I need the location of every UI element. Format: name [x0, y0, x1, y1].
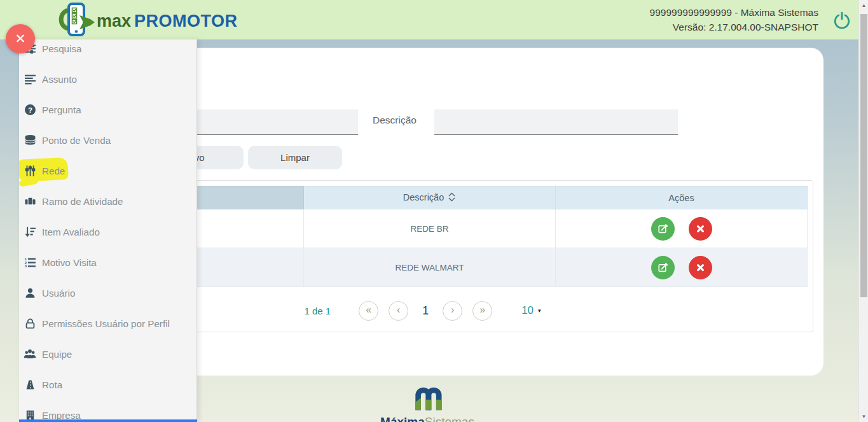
- footer-maxima-text: Máxima: [380, 415, 425, 422]
- version-line: Versão: 2.17.004.00-SNAPSHOT: [650, 20, 818, 34]
- bottom-blue-strip: [19, 419, 197, 422]
- sidebar-item-ramo-de-atividade[interactable]: Ramo de Atividade: [19, 186, 196, 216]
- lock-icon: [22, 318, 38, 330]
- header-account-info: 999999999999999 - Máxima Sistemas Versão…: [650, 5, 818, 34]
- caret-down-icon: ▾: [538, 307, 541, 314]
- delete-icon[interactable]: [689, 217, 712, 241]
- sliders-vertical-icon: [22, 165, 38, 177]
- edit-icon[interactable]: [651, 256, 675, 279]
- page-size-value: 10: [521, 304, 534, 317]
- sidebar-item-assunto[interactable]: Assunto: [19, 64, 196, 94]
- users-icon: [22, 348, 38, 360]
- last-page-button[interactable]: »: [472, 301, 492, 321]
- user-icon: [22, 287, 38, 299]
- sidebar-item-equipe[interactable]: Equipe: [19, 339, 196, 369]
- svg-text:?: ?: [27, 105, 32, 113]
- descricao-label: Descrição: [373, 109, 417, 131]
- industry-icon: [22, 195, 38, 207]
- row-actions-cell: [556, 209, 808, 248]
- sidebar-item-item-avaliado[interactable]: Item Avaliado: [19, 216, 196, 247]
- delete-icon[interactable]: [689, 256, 712, 279]
- align-left-icon: [22, 73, 38, 85]
- page-size-select[interactable]: 10 ▾: [521, 304, 541, 317]
- row-descricao-cell: REDE BR: [304, 209, 556, 248]
- sidebar-item-usuario[interactable]: Usuário: [19, 278, 196, 308]
- sidebar-item-pergunta[interactable]: ? Pergunta: [19, 94, 196, 125]
- scroll-up-icon[interactable]: ▲: [859, 3, 868, 8]
- menu-list: Pesquisa Assunto ? Pergunta Ponto de Ven…: [19, 39, 196, 422]
- brand-max-text: max: [97, 11, 131, 31]
- list-ol-icon: 123: [22, 257, 38, 269]
- current-page-number[interactable]: 1: [422, 304, 429, 318]
- database-icon: [22, 134, 38, 146]
- footer-brand: MáximaSistemas: [376, 383, 478, 422]
- sidebar-item-permissoes-usuario-por-perfil[interactable]: Permissões Usuário por Perfil: [19, 308, 196, 339]
- first-page-button[interactable]: «: [359, 301, 378, 321]
- app-frame: max PROMOTOR 999999999999999 - Máxima Si…: [0, 0, 868, 422]
- maxpromotor-logo: max PROMOTOR: [59, 3, 238, 39]
- table-header-acoes: Ações: [556, 186, 808, 209]
- scrollbar-thumb[interactable]: [860, 14, 867, 297]
- sidebar-item-empresa[interactable]: Empresa: [19, 400, 196, 422]
- row-actions-cell: [556, 248, 808, 287]
- next-page-button[interactable]: ›: [443, 301, 462, 321]
- sidebar-item-ponto-de-venda[interactable]: Ponto de Venda: [19, 125, 196, 155]
- close-icon[interactable]: ✕: [6, 24, 35, 53]
- sort-updown-icon[interactable]: [448, 193, 456, 204]
- road-icon: [22, 379, 38, 391]
- maxpromotor-phone-logo-icon: [59, 3, 95, 39]
- sort-amount-icon: [22, 226, 38, 238]
- scrollbar[interactable]: ▲ ▼: [858, 0, 868, 422]
- sidebar-item-pesquisa[interactable]: Pesquisa: [19, 39, 196, 64]
- table-header-descricao[interactable]: Descrição: [304, 186, 556, 209]
- scroll-down-icon[interactable]: ▼: [859, 414, 868, 419]
- brand-promotor-text: PROMOTOR: [134, 11, 238, 31]
- footer-brand-text: MáximaSistemas: [380, 415, 474, 422]
- prev-page-button[interactable]: ‹: [389, 301, 408, 321]
- row-descricao-cell: REDE WALMART: [304, 248, 556, 287]
- page-summary: 1 de 1: [304, 306, 331, 316]
- edit-icon[interactable]: [651, 217, 675, 241]
- sidebar-item-rede[interactable]: Rede: [19, 155, 196, 186]
- sidebar-item-motivo-visita[interactable]: 123 Motivo Visita: [19, 247, 196, 278]
- footer-sistemas-text: Sistemas: [425, 415, 474, 422]
- descricao-input[interactable]: [434, 109, 678, 135]
- svg-text:3: 3: [24, 264, 27, 268]
- sidebar-item-rota[interactable]: Rota: [19, 369, 196, 400]
- account-line: 999999999999999 - Máxima Sistemas: [650, 5, 818, 20]
- question-circle-icon: ?: [22, 104, 38, 116]
- top-header-bar: max PROMOTOR 999999999999999 - Máxima Si…: [0, 0, 868, 39]
- power-icon[interactable]: [832, 11, 851, 30]
- maxima-m-logo-icon: [413, 383, 442, 414]
- sidebar-menu: Pesquisa Assunto ? Pergunta Ponto de Ven…: [19, 39, 197, 422]
- limpar-button[interactable]: Limpar: [248, 146, 342, 169]
